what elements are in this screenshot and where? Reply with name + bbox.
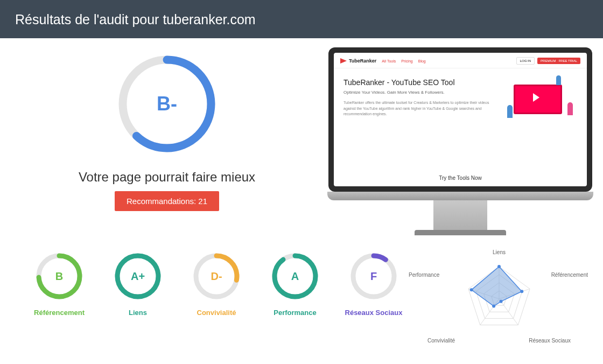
category-ring: D-: [192, 251, 241, 301]
svg-point-19: [500, 299, 503, 303]
category-ring: A+: [113, 251, 163, 301]
svg-point-17: [497, 265, 501, 268]
play-icon: [533, 93, 539, 102]
radar-chart: Liens Référencement Réseaux Sociaux Conv…: [417, 251, 581, 346]
category-label: Référencement: [34, 309, 85, 317]
preview-logo: TubeRanker: [340, 58, 376, 64]
person-icon: [556, 75, 561, 85]
preview-illustration: [502, 78, 577, 160]
preview-cta: Try the Tools Now: [334, 170, 587, 186]
radar-axis-label: Liens: [493, 249, 506, 255]
category-ring: B: [34, 251, 84, 301]
preview-nav-item: All Tools: [382, 59, 396, 63]
page-title: Résultats de l'audit pour tuberanker.com: [15, 12, 256, 27]
preview-nav: All Tools Pricing Blog: [382, 59, 425, 63]
overall-grade-value: B-: [113, 50, 221, 158]
preview-monitor: TubeRanker All Tools Pricing Blog LOG IN…: [328, 47, 592, 235]
preview-description: TubeRanker offers the ultimate toolset f…: [343, 100, 496, 117]
recommendations-button[interactable]: Recommandations: 21: [115, 191, 219, 211]
person-icon: [567, 102, 573, 115]
category-liens[interactable]: A+ Liens: [100, 251, 176, 317]
category-label: Réseaux Sociaux: [345, 309, 403, 317]
category-grade: A: [270, 251, 320, 301]
preview-subtitle: Optimize Your Videos. Gain More Views & …: [343, 90, 496, 95]
category-label: Convivialité: [197, 309, 236, 317]
summary-tagline: Votre page pourrait faire mieux: [79, 170, 255, 185]
category-référencement[interactable]: B Référencement: [22, 251, 97, 317]
category-performance[interactable]: A Performance: [257, 251, 333, 317]
radar-axis-label: Réseaux Sociaux: [529, 338, 571, 344]
category-label: Performance: [274, 309, 316, 317]
preview-body: TubeRanker - YouTube SEO Tool Optimize Y…: [334, 68, 587, 170]
category-row: B Référencement A+ Liens D- Convivialité: [0, 235, 603, 346]
svg-point-21: [470, 288, 473, 291]
preview-nav-item: Pricing: [401, 59, 412, 63]
svg-point-18: [520, 290, 523, 293]
preview-screen: TubeRanker All Tools Pricing Blog LOG IN…: [334, 53, 587, 186]
category-grade: D-: [192, 251, 241, 301]
preview-text: TubeRanker - YouTube SEO Tool Optimize Y…: [343, 78, 496, 160]
preview-logo-text: TubeRanker: [349, 58, 376, 64]
monitor-base: [327, 192, 593, 200]
preview-header-buttons: LOG IN PREMIUM · FREE TRIAL: [516, 57, 580, 65]
summary-panel: B- Votre page pourrait faire mieux Recom…: [16, 45, 318, 235]
radar-axis-label: Convivialité: [427, 338, 455, 344]
preview-panel: TubeRanker All Tools Pricing Blog LOG IN…: [328, 45, 592, 235]
category-grade: F: [349, 251, 398, 301]
category-réseaux-sociaux[interactable]: F Réseaux Sociaux: [336, 251, 411, 317]
preview-trial-button: PREMIUM · FREE TRIAL: [537, 58, 580, 64]
overall-grade-ring: B-: [113, 50, 221, 158]
radar-axis-label: Référencement: [551, 272, 588, 278]
preview-header: TubeRanker All Tools Pricing Blog LOG IN…: [334, 53, 587, 68]
preview-login-button: LOG IN: [516, 57, 535, 65]
person-icon: [507, 105, 513, 118]
monitor-foot: [415, 230, 506, 235]
svg-point-20: [492, 304, 495, 307]
category-ring: A: [270, 251, 320, 301]
radar-axis-label: Performance: [409, 272, 439, 278]
category-grade: A+: [113, 251, 163, 301]
category-convivialité[interactable]: D- Convivialité: [179, 251, 254, 317]
radar-svg: [445, 256, 553, 342]
monitor-frame: TubeRanker All Tools Pricing Blog LOG IN…: [328, 47, 592, 192]
category-ring: F: [349, 251, 398, 301]
category-label: Liens: [129, 309, 147, 317]
play-icon: [340, 58, 347, 64]
main-section: B- Votre page pourrait faire mieux Recom…: [0, 38, 603, 235]
preview-title: TubeRanker - YouTube SEO Tool: [343, 78, 496, 87]
category-grade: B: [34, 251, 84, 301]
page-header: Résultats de l'audit pour tuberanker.com: [0, 0, 603, 38]
monitor-stand: [433, 200, 487, 230]
preview-nav-item: Blog: [418, 59, 426, 63]
